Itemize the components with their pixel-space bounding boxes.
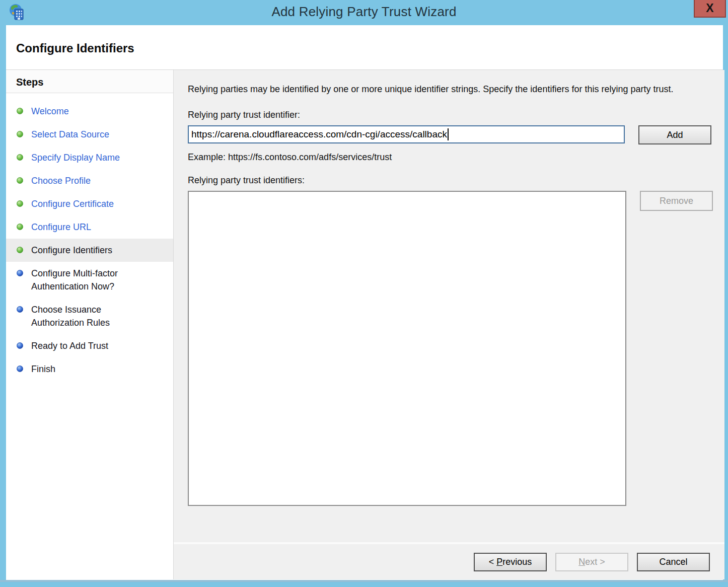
- identifiers-listbox[interactable]: [188, 191, 626, 506]
- sidebar-step-configure-certificate[interactable]: Configure Certificate: [6, 192, 173, 215]
- step-complete-dot-icon: [17, 108, 23, 114]
- step-complete-dot-icon: [17, 224, 23, 230]
- cancel-button[interactable]: Cancel: [637, 553, 710, 571]
- remove-button: Remove: [640, 191, 713, 211]
- sidebar-step-ready-to-add-trust: Ready to Add Trust: [6, 334, 173, 357]
- sidebar-step-configure-url[interactable]: Configure URL: [6, 215, 173, 239]
- page-title: Configure Identifiers: [6, 25, 723, 55]
- main-column: Relying parties may be identified by one…: [174, 70, 724, 579]
- window-title: Add Relying Party Trust Wizard: [0, 4, 728, 20]
- sidebar-step-configure-multi-factor-authentication-now: Configure Multi-factor Authentication No…: [6, 262, 173, 298]
- step-pending-dot-icon: [17, 342, 23, 349]
- step-pending-dot-icon: [17, 306, 23, 313]
- step-pending-dot-icon: [17, 270, 23, 276]
- step-label: Welcome: [31, 106, 69, 116]
- step-label: Configure Certificate: [31, 199, 114, 209]
- sidebar-step-configure-identifiers: Configure Identifiers: [6, 239, 173, 262]
- step-pending-dot-icon: [17, 365, 23, 372]
- intro-text: Relying parties may be identified by one…: [188, 82, 706, 96]
- step-label: Choose Profile: [31, 176, 91, 186]
- steps-list: WelcomeSelect Data SourceSpecify Display…: [6, 93, 173, 381]
- step-complete-dot-icon: [17, 200, 23, 207]
- sidebar-step-specify-display-name[interactable]: Specify Display Name: [6, 146, 173, 169]
- step-label: Configure Identifiers: [31, 245, 112, 255]
- close-button[interactable]: X: [694, 0, 726, 18]
- step-label: Configure Multi-factor Authentication No…: [31, 268, 118, 291]
- next-button: Next >: [555, 553, 628, 571]
- step-complete-dot-icon: [17, 247, 23, 253]
- step-label: Ready to Add Trust: [31, 341, 108, 351]
- previous-button[interactable]: < Previous: [474, 553, 547, 571]
- identifier-field-label: Relying party trust identifier:: [188, 110, 713, 120]
- step-label: Configure URL: [31, 222, 91, 232]
- add-button[interactable]: Add: [638, 125, 711, 144]
- step-complete-dot-icon: [17, 154, 23, 161]
- sidebar-step-select-data-source[interactable]: Select Data Source: [6, 123, 173, 146]
- configure-identifiers-panel: Relying parties may be identified by one…: [174, 70, 724, 542]
- client-area: Configure Identifiers Steps WelcomeSelec…: [6, 25, 723, 580]
- example-text: Example: https://fs.contoso.com/adfs/ser…: [188, 152, 713, 163]
- identifier-input-value: https://carena.cloudflareaccess.com/cdn-…: [191, 129, 447, 140]
- step-label: Select Data Source: [31, 129, 109, 139]
- step-label: Choose Issuance Authorization Rules: [31, 305, 110, 328]
- sidebar-step-choose-issuance-authorization-rules: Choose Issuance Authorization Rules: [6, 298, 173, 334]
- step-complete-dot-icon: [17, 131, 23, 137]
- page-header: Configure Identifiers: [6, 25, 723, 70]
- steps-sidebar: Steps WelcomeSelect Data SourceSpecify D…: [6, 70, 174, 579]
- window-bottom-edge: [0, 580, 728, 582]
- wizard-window: Add Relying Party Trust Wizard X Configu…: [0, 0, 728, 587]
- text-caret: [448, 128, 449, 140]
- step-complete-dot-icon: [17, 177, 23, 184]
- identifiers-list-label: Relying party trust identifiers:: [188, 175, 713, 186]
- sidebar-step-welcome[interactable]: Welcome: [6, 100, 173, 123]
- step-label: Finish: [31, 364, 55, 374]
- sidebar-step-finish: Finish: [6, 357, 173, 381]
- title-bar: Add Relying Party Trust Wizard X: [0, 0, 728, 25]
- identifier-input[interactable]: https://carena.cloudflareaccess.com/cdn-…: [188, 125, 625, 143]
- wizard-footer: < Previous Next > Cancel: [174, 542, 724, 579]
- sidebar-step-choose-profile[interactable]: Choose Profile: [6, 169, 173, 192]
- step-label: Specify Display Name: [31, 153, 120, 163]
- steps-heading: Steps: [6, 70, 173, 93]
